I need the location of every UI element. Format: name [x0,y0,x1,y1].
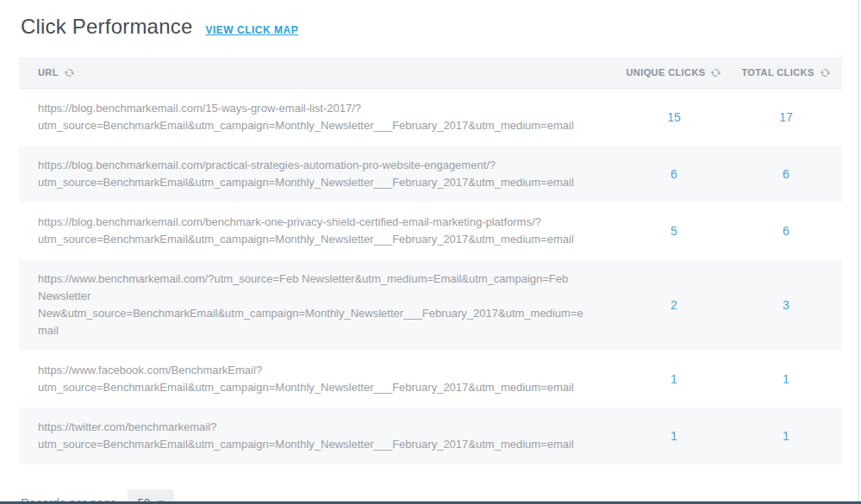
total-clicks-value[interactable]: 1 [730,429,842,443]
column-header-unique-clicks[interactable]: UNIQUE CLICKS [618,67,730,78]
sort-icon[interactable] [64,67,75,78]
unique-clicks-value[interactable]: 5 [618,224,730,238]
unique-clicks-value[interactable]: 2 [618,298,730,312]
url-cell: https://blog.benchmarkemail.com/benchmar… [19,202,618,259]
sort-icon[interactable] [710,67,721,78]
url-cell: https://blog.benchmarkemail.com/15-ways-… [19,89,618,146]
table-header-row: URL UNIQUE CLICKS TOTAL CLICKS [19,57,842,89]
column-header-total-clicks[interactable]: TOTAL CLICKS [730,67,842,78]
url-cell: https://www.benchmarkemail.com/?utm_sour… [19,259,618,351]
table-row: https://twitter.com/benchmarkemail?utm_s… [19,408,842,464]
total-clicks-value[interactable]: 3 [730,298,842,312]
table-row: https://www.facebook.com/BenchmarkEmail?… [19,351,842,408]
table-row: https://blog.benchmarkemail.com/15-ways-… [19,89,842,146]
total-clicks-value[interactable]: 6 [730,224,842,238]
total-clicks-value[interactable]: 6 [730,167,842,181]
page-header: Click Performance VIEW CLICK MAP [0,0,861,39]
table-body: https://blog.benchmarkemail.com/15-ways-… [19,89,842,464]
click-performance-table: URL UNIQUE CLICKS TOTAL CLICKS https://b… [19,57,842,464]
page-right-border [858,0,859,504]
column-header-unique-clicks-label: UNIQUE CLICKS [627,67,706,78]
view-click-map-link[interactable]: VIEW CLICK MAP [205,24,298,36]
column-header-url-label: URL [38,67,59,78]
url-cell: https://blog.benchmarkemail.com/practica… [19,146,618,202]
sort-icon[interactable] [820,67,831,78]
total-clicks-value[interactable]: 1 [730,372,842,386]
total-clicks-value[interactable]: 17 [730,110,842,124]
unique-clicks-value[interactable]: 6 [618,167,730,181]
table-row: https://blog.benchmarkemail.com/practica… [19,146,842,202]
column-header-url[interactable]: URL [19,67,618,78]
table-row: https://www.benchmarkemail.com/?utm_sour… [19,259,842,351]
column-header-total-clicks-label: TOTAL CLICKS [741,67,814,78]
unique-clicks-value[interactable]: 15 [618,110,730,124]
unique-clicks-value[interactable]: 1 [618,372,730,386]
url-cell: https://www.facebook.com/BenchmarkEmail?… [19,351,618,408]
page-title: Click Performance [21,15,192,39]
table-row: https://blog.benchmarkemail.com/benchmar… [19,202,842,259]
unique-clicks-value[interactable]: 1 [618,429,730,443]
url-cell: https://twitter.com/benchmarkemail?utm_s… [19,408,618,464]
